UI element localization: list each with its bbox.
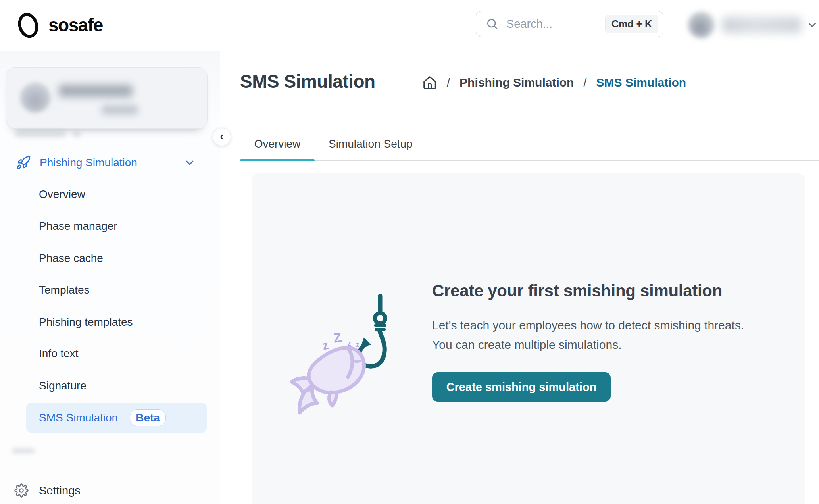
hook-barb [361, 337, 371, 347]
sidebar-item-info-text[interactable]: Info text [26, 342, 207, 365]
tab-overview[interactable]: Overview [240, 138, 315, 150]
chevron-down-icon[interactable] [183, 156, 196, 169]
faded-item-redacted [72, 132, 81, 137]
workspace-subtitle-redacted [102, 105, 138, 115]
breadcrumb-separator: / [583, 76, 586, 89]
workspace-avatar [20, 83, 50, 113]
sosafe-logo-icon [12, 9, 44, 41]
empty-state-description: Let's teach your employees how to detect… [432, 315, 744, 354]
tab-simulation-setup[interactable]: Simulation Setup [329, 138, 413, 150]
empty-state-card: z Z z z Create your first smishing simul… [252, 173, 805, 504]
faded-item-redacted [12, 448, 35, 453]
sidebar-item-signature[interactable]: Signature [26, 375, 207, 397]
empty-state-heading: Create your first smishing simulation [432, 281, 722, 300]
description-line: Let's teach your employees how to detect… [432, 315, 744, 335]
sidebar-item-label: Signature [39, 379, 87, 392]
sidebar-collapse-button[interactable] [213, 128, 231, 146]
sidebar-item-label: Settings [39, 484, 81, 497]
rocket-icon [16, 155, 31, 170]
global-search[interactable]: Cmd + K [476, 11, 663, 37]
home-icon[interactable] [422, 75, 437, 90]
breadcrumb: / Phishing Simulation / SMS Simulation [422, 73, 686, 92]
breadcrumb-current[interactable]: SMS Simulation [596, 76, 686, 89]
breadcrumb-separator: / [447, 76, 450, 89]
page-title: SMS Simulation [240, 71, 375, 92]
tab-track-line [240, 160, 819, 161]
sidebar-item-label: SMS Simulation [39, 412, 118, 424]
sidebar-section-phishing-simulation[interactable]: Phishing Simulation [0, 150, 220, 175]
chevron-left-icon [218, 133, 225, 140]
sidebar: Phishing Simulation Overview Phase manag… [0, 51, 220, 504]
search-input[interactable] [506, 17, 605, 31]
sidebar-item-templates[interactable]: Templates [26, 279, 207, 301]
workspace-card[interactable] [6, 67, 208, 129]
sidebar-item-label: Overview [39, 188, 85, 201]
user-menu[interactable] [685, 8, 816, 42]
sleep-z: Z [333, 329, 343, 346]
sleeping-fish-hook-illustration: z Z z z [288, 294, 399, 417]
app-header: sosafe Cmd + K [0, 0, 819, 51]
brand-logo: sosafe [12, 9, 103, 41]
sidebar-item-settings[interactable]: Settings [0, 479, 220, 502]
search-icon [486, 17, 498, 30]
gear-icon [14, 483, 29, 498]
sleep-z: z [347, 339, 351, 348]
sidebar-item-label: Phase cache [39, 252, 103, 265]
sidebar-item-label: Phase manager [39, 220, 117, 233]
breadcrumb-parent-link[interactable]: Phishing Simulation [459, 76, 574, 89]
active-tab-underline [240, 159, 315, 161]
search-shortcut-badge: Cmd + K [605, 15, 658, 33]
sidebar-item-phishing-templates[interactable]: Phishing templates [26, 311, 207, 333]
workspace-name-redacted [59, 85, 133, 97]
description-line: You can create multiple simulations. [432, 335, 744, 354]
sidebar-item-label: Info text [39, 347, 79, 360]
sidebar-item-sms-simulation[interactable]: SMS Simulation Beta [26, 403, 207, 433]
create-smishing-simulation-button[interactable]: Create smishing simulation [432, 372, 611, 402]
avatar [688, 12, 715, 38]
sidebar-item-label: Phishing templates [39, 316, 133, 329]
faded-item-redacted [15, 131, 66, 137]
beta-badge: Beta [130, 409, 166, 427]
sidebar-section-label: Phishing Simulation [40, 156, 137, 169]
user-name-redacted [722, 17, 802, 33]
sidebar-item-phase-manager[interactable]: Phase manager [26, 215, 207, 237]
sidebar-item-phase-cache[interactable]: Phase cache [26, 247, 207, 269]
sidebar-item-label: Templates [39, 284, 90, 296]
title-divider [409, 69, 410, 97]
sleep-z: z [321, 338, 330, 352]
chevron-down-icon [806, 19, 818, 31]
brand-logo-text: sosafe [48, 14, 103, 36]
sidebar-item-overview[interactable]: Overview [26, 183, 207, 206]
sleep-z: z [356, 341, 359, 348]
